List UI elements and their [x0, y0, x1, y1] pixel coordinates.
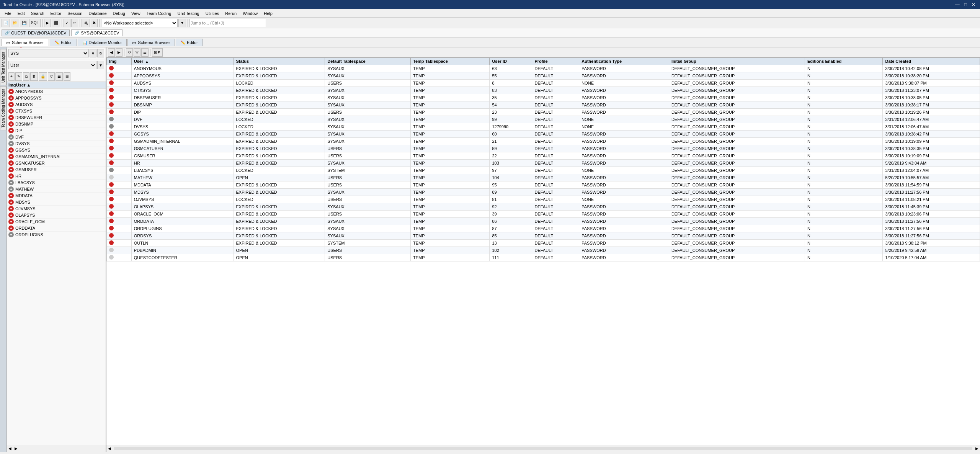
list-item[interactable]: ●ORACLE_OCM	[7, 219, 106, 225]
jump-to-input[interactable]	[189, 19, 266, 27]
schema-dropdown[interactable]: SYS	[8, 49, 89, 57]
grid-back-btn[interactable]: ◀	[108, 48, 115, 57]
filter-delete-btn[interactable]: 🗑	[30, 72, 38, 81]
table-row[interactable]: ORDPLUGINSEXPIRED & LOCKEDSYSAUXTEMP87DE…	[107, 225, 980, 232]
disconnect-button[interactable]: ✖	[91, 19, 98, 27]
menu-item-search[interactable]: Search	[28, 10, 47, 16]
sql-button[interactable]: SQL	[29, 19, 41, 27]
object-type-dropdown[interactable]: User	[8, 61, 96, 69]
type-dropdown-btn[interactable]: ▼	[97, 61, 104, 69]
vertical-tab-1[interactable]: Team Coding Manager	[0, 86, 7, 130]
list-item[interactable]: ●GSMADMIN_INTERNAL	[7, 154, 106, 160]
menu-item-team coding[interactable]: Team Coding	[144, 10, 175, 16]
table-row[interactable]: GSMADMIN_INTERNALEXPIRED & LOCKEDSYSAUXT…	[107, 138, 980, 145]
list-item[interactable]: ●LBACSYS	[7, 180, 106, 186]
minimize-button[interactable]: —	[954, 2, 961, 7]
open-button[interactable]: 📂	[11, 19, 19, 27]
left-panel-scroll[interactable]: ◀ ▶	[7, 445, 106, 452]
col-header-date-created[interactable]: Date Created	[883, 58, 980, 65]
grid-fwd-btn[interactable]: ▶	[116, 48, 122, 57]
table-row[interactable]: PDBADMINOPENUSERSTEMP102DEFAULTPASSWORDD…	[107, 247, 980, 254]
col-header-img[interactable]: Img	[107, 58, 132, 65]
table-row[interactable]: ORDSYSEXPIRED & LOCKEDSYSAUXTEMP85DEFAUL…	[107, 232, 980, 240]
table-row[interactable]: OLAPSYSEXPIRED & LOCKEDSYSAUXTEMP92DEFAU…	[107, 203, 980, 211]
list-item[interactable]: ●CTXSYS	[7, 108, 106, 114]
menu-item-debug[interactable]: Debug	[110, 10, 128, 16]
save-button[interactable]: 💾	[20, 19, 28, 27]
list-item[interactable]: ●MATHEW	[7, 186, 106, 193]
conn-tab-sys-ora18cdev[interactable]: 🔗SYS@ORA18CDEV	[71, 29, 122, 36]
col-header-def-ts[interactable]: Default Tablespace	[325, 58, 411, 65]
filter-funnel-btn[interactable]: ▽	[48, 72, 55, 81]
menu-item-window[interactable]: Window	[240, 10, 261, 16]
filter-edit-btn[interactable]: ✎	[15, 72, 22, 81]
table-row[interactable]: GGSYSEXPIRED & LOCKEDSYSAUXTEMP60DEFAULT…	[107, 131, 980, 138]
table-row[interactable]: AUDSYSLOCKEDUSERSTEMP8DEFAULTNONEDEFAULT…	[107, 80, 980, 87]
list-item[interactable]: ●ORDPLUGINS	[7, 232, 106, 238]
left-scroll-right-btn[interactable]: ▶	[13, 446, 19, 451]
table-row[interactable]: APPQOSSYSEXPIRED & LOCKEDSYSAUXTEMP55DEF…	[107, 72, 980, 80]
menu-item-file[interactable]: File	[2, 10, 15, 16]
list-item[interactable]: ●ANONYMOUS	[7, 88, 106, 95]
list-item[interactable]: ●DVF	[7, 134, 106, 140]
col-header-user-id[interactable]: User ID	[490, 58, 532, 65]
table-row[interactable]: OUTLNEXPIRED & LOCKEDSYSTEMTEMP13DEFAULT…	[107, 240, 980, 247]
maximize-button[interactable]: □	[963, 2, 969, 7]
app-tab-4[interactable]: ✏️Editor	[176, 39, 203, 46]
list-item[interactable]: ●MDSYS	[7, 199, 106, 206]
grid-scroll-track[interactable]	[114, 447, 972, 450]
refresh-schema-btn[interactable]: ↻	[97, 49, 104, 57]
execute-button[interactable]: ▶	[44, 19, 51, 27]
col-header-user[interactable]: User ▲	[131, 58, 234, 65]
commit-button[interactable]: ✓	[64, 19, 70, 27]
menu-item-utilities[interactable]: Utilities	[203, 10, 222, 16]
menu-item-edit[interactable]: Edit	[15, 10, 28, 16]
col-header-profile[interactable]: Profile	[532, 58, 579, 65]
table-row[interactable]: ANONYMOUSEXPIRED & LOCKEDSYSAUXTEMP63DEF…	[107, 65, 980, 72]
filter-copy-btn[interactable]: ⧉	[23, 72, 29, 81]
list-item[interactable]: ●DVSYS	[7, 140, 106, 147]
col-header-auth[interactable]: Authentication Type	[579, 58, 669, 65]
app-tab-2[interactable]: 📊Database Monitor	[78, 39, 127, 46]
menu-item-database[interactable]: Database	[85, 10, 109, 16]
table-row[interactable]: MDDATAEXPIRED & LOCKEDUSERSTEMP95DEFAULT…	[107, 181, 980, 189]
table-row[interactable]: CTXSYSEXPIRED & LOCKEDSYSAUXTEMP83DEFAUL…	[107, 87, 980, 94]
grid-bottom-scroll[interactable]: ◀ ▶	[106, 445, 980, 452]
table-row[interactable]: OJVMSYSLOCKEDUSERSTEMP81DEFAULTNONEDEFAU…	[107, 196, 980, 203]
conn-tab-quest_dev-ora18cdev[interactable]: 🔗QUEST_DEV@ORA18CDEV	[2, 29, 70, 36]
list-item[interactable]: ●GGSYS	[7, 147, 106, 154]
workspace-btn[interactable]: ▼	[178, 19, 186, 27]
menu-item-help[interactable]: Help	[261, 10, 276, 16]
filter-menu-btn[interactable]: ☰	[56, 72, 63, 81]
menu-item-unit testing[interactable]: Unit Testing	[174, 10, 202, 16]
menu-item-rerun[interactable]: Rerun	[222, 10, 240, 16]
table-row[interactable]: MDSYSEXPIRED & LOCKEDSYSAUXTEMP89DEFAULT…	[107, 189, 980, 196]
table-row[interactable]: DVFLOCKEDSYSAUXTEMP99DEFAULTNONEDEFAULT_…	[107, 116, 980, 123]
close-button[interactable]: ✕	[970, 2, 977, 7]
table-row[interactable]: DBSNMPEXPIRED & LOCKEDSYSAUXTEMP54DEFAUL…	[107, 101, 980, 109]
filter-lock-btn[interactable]: 🔒	[39, 72, 47, 81]
list-item[interactable]: ●OLAPSYS	[7, 212, 106, 219]
table-row[interactable]: QUESTCODETESTEROPENUSERSTEMP111DEFAULTPA…	[107, 254, 980, 261]
list-item[interactable]: ●ORDDATA	[7, 225, 106, 232]
table-row[interactable]: DVSYSLOCKEDSYSAUXTEMP1279990DEFAULTNONED…	[107, 123, 980, 131]
list-item[interactable]: ●OJVMSYS	[7, 206, 106, 212]
col-header-init-group[interactable]: Initial Group	[669, 58, 805, 65]
table-row[interactable]: LBACSYSLOCKEDSYSTEMTEMP97DEFAULTNONEDEFA…	[107, 167, 980, 174]
stop-button[interactable]: ⬛	[52, 19, 60, 27]
new-button[interactable]: 📄	[2, 19, 10, 27]
col-header-status[interactable]: Status	[234, 58, 325, 65]
workspace-selector[interactable]: <No Workspace selected>	[101, 19, 178, 27]
list-item[interactable]: ●DIP	[7, 127, 106, 134]
menu-item-session[interactable]: Session	[64, 10, 85, 16]
connect-button[interactable]: 🔌	[82, 19, 90, 27]
filter-grid-btn[interactable]: ⊞	[64, 72, 70, 81]
rollback-button[interactable]: ↩	[71, 19, 78, 27]
vertical-tab-0[interactable]: Unit Test Manager	[0, 49, 7, 85]
filter-add-btn[interactable]: +	[8, 72, 15, 81]
grid-export-btn[interactable]: ⊞▼	[152, 48, 163, 57]
table-row[interactable]: GSMCATUSEREXPIRED & LOCKEDUSERSTEMP59DEF…	[107, 145, 980, 152]
col-header-editions[interactable]: Editions Enabled	[805, 58, 883, 65]
menu-item-editor[interactable]: Editor	[47, 10, 65, 16]
schema-dropdown-btn[interactable]: ▼	[90, 49, 96, 57]
